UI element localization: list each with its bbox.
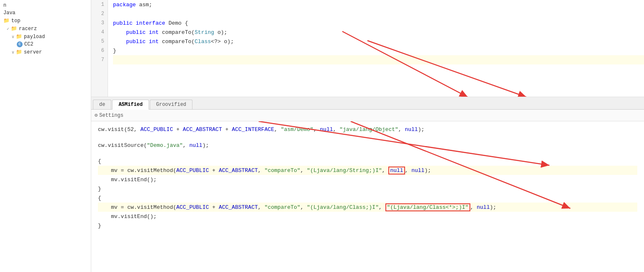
asm-line-visit: cw.visit(52, ACC_PUBLIC + ACC_ABSTRACT +… bbox=[98, 125, 637, 134]
asm-keyword: null bbox=[411, 167, 424, 174]
asm-keyword: ACC_INTERFACE bbox=[232, 126, 274, 133]
folder-icon: 📁 bbox=[11, 26, 17, 32]
asm-line-empty-2 bbox=[98, 150, 637, 157]
asm-line-visitmethod-1: mv = cw.visitMethod(ACC_PUBLIC + ACC_ABS… bbox=[98, 166, 637, 175]
sidebar-item-server[interactable]: ∨ 📁 server bbox=[0, 48, 91, 56]
code-editor-panel: 1 2 3 4 5 6 7 package asm; bbox=[91, 0, 644, 97]
code-text: <?> o); bbox=[211, 38, 234, 45]
asm-text: { bbox=[98, 195, 101, 201]
sidebar-item-top[interactable]: 📁 top bbox=[0, 17, 91, 25]
sidebar-item-n[interactable]: n bbox=[0, 2, 91, 9]
asm-text: mv.visitEnd(); bbox=[98, 213, 157, 220]
line-num-6: 6 bbox=[91, 46, 108, 55]
asm-line-brace3: { bbox=[98, 193, 637, 203]
keyword: package bbox=[113, 2, 139, 8]
asm-line-brace4: } bbox=[98, 221, 637, 230]
asm-text: } bbox=[98, 186, 101, 192]
gear-icon[interactable]: ⚙ bbox=[95, 112, 97, 118]
asm-string: "(Ljava/lang/String;)I" bbox=[307, 167, 382, 174]
asm-text: , bbox=[258, 167, 264, 174]
asm-line-visitmethod-2: mv = cw.visitMethod(ACC_PUBLIC + ACC_ABS… bbox=[98, 203, 637, 212]
asm-string: "compareTo" bbox=[264, 167, 300, 174]
asm-keyword: null bbox=[189, 142, 202, 149]
chevron-icon: ✓ bbox=[7, 26, 9, 31]
asm-text: { bbox=[98, 158, 101, 164]
asm-keyword: null bbox=[405, 126, 418, 133]
asm-text: , bbox=[183, 142, 190, 149]
asm-code-panel[interactable]: cw.visit(52, ACC_PUBLIC + ACC_ABSTRACT +… bbox=[91, 121, 644, 272]
code-text: compareTo( bbox=[162, 29, 195, 36]
line-num-3: 3 bbox=[91, 18, 108, 28]
asm-keyword: ACC_ABSTRACT bbox=[219, 204, 258, 210]
asm-text: mv.visitEnd(); bbox=[98, 177, 157, 183]
sidebar-item-racerz[interactable]: ✓ 📁 racerz bbox=[0, 25, 91, 33]
line-num-4: 4 bbox=[91, 28, 108, 37]
code-text: } bbox=[113, 48, 116, 54]
tab-groovified[interactable]: Groovified bbox=[150, 100, 192, 109]
asm-text: + bbox=[222, 126, 231, 133]
class-icon: C bbox=[17, 41, 23, 47]
folder-icon: 📁 bbox=[3, 18, 10, 24]
tab-label: ASMified bbox=[118, 102, 143, 108]
asm-string: "asm/Demo" bbox=[281, 126, 313, 133]
asm-line-brace1: { bbox=[98, 157, 637, 166]
code-text bbox=[113, 29, 126, 36]
keyword: int bbox=[149, 38, 162, 45]
asm-line-visitend-1: mv.visitEnd(); bbox=[98, 175, 637, 184]
sidebar-item-java[interactable]: Java bbox=[0, 9, 91, 17]
asm-keyword: null bbox=[477, 204, 490, 210]
asm-text: mv = cw.visitMethod( bbox=[98, 204, 176, 210]
asm-line-brace2: } bbox=[98, 184, 637, 193]
keyword: public bbox=[126, 38, 149, 45]
asm-text: ); bbox=[418, 126, 425, 133]
keyword-public: public bbox=[113, 20, 136, 26]
tab-label: Groovified bbox=[156, 102, 186, 108]
code-line-2 bbox=[113, 9, 644, 18]
asm-text: cw.visit(52, bbox=[98, 126, 140, 133]
sidebar: n Java 📁 top ✓ 📁 racerz ∨ 📁 payload C CC… bbox=[0, 0, 91, 272]
settings-label[interactable]: Settings bbox=[99, 113, 123, 118]
code-line-5: public int compareTo(Class<?> o); bbox=[113, 37, 644, 46]
tab-asmified[interactable]: ASMified bbox=[112, 100, 149, 110]
asm-text: , bbox=[313, 126, 320, 133]
code-line-6: } bbox=[113, 46, 644, 55]
keyword: int bbox=[149, 29, 162, 36]
asm-text: , bbox=[258, 204, 264, 210]
asm-text: , bbox=[405, 167, 412, 174]
asm-keyword: null bbox=[320, 126, 333, 133]
sidebar-item-cc2[interactable]: C CC2 bbox=[0, 41, 91, 48]
type-text: String bbox=[195, 29, 214, 36]
asm-line-empty-1 bbox=[98, 134, 637, 141]
string-highlight-box: "(Ljava/lang/Class<*>;)I" bbox=[385, 203, 470, 211]
line-num-1: 1 bbox=[91, 0, 108, 9]
asm-string: "java/lang/Object" bbox=[339, 126, 398, 133]
asm-string: "compareTo" bbox=[264, 204, 300, 210]
sidebar-label: racerz bbox=[19, 26, 37, 32]
asm-text: } bbox=[98, 223, 101, 229]
chevron-icon: ∨ bbox=[12, 50, 14, 55]
folder-icon: 📁 bbox=[16, 49, 22, 55]
code-line-4: public int compareTo(String o); bbox=[113, 28, 644, 37]
asm-keyword: ACC_PUBLIC bbox=[176, 204, 209, 210]
asm-text: ); bbox=[203, 142, 209, 149]
asm-text: , bbox=[300, 167, 307, 174]
code-content[interactable]: package asm; public interface Demo { pub… bbox=[108, 0, 644, 97]
settings-bar: ⚙ Settings bbox=[91, 110, 644, 121]
line-numbers: 1 2 3 4 5 6 7 bbox=[91, 0, 108, 97]
asm-text: , bbox=[274, 126, 281, 133]
code-text: o); bbox=[214, 29, 227, 36]
sidebar-label: Java bbox=[3, 10, 15, 16]
line-num-5: 5 bbox=[91, 37, 108, 46]
tab-de[interactable]: de bbox=[93, 100, 111, 109]
code-line-7 bbox=[113, 55, 644, 64]
code-line-1: package asm; bbox=[113, 0, 644, 9]
folder-icon: 📁 bbox=[16, 33, 22, 40]
sidebar-label: payload bbox=[24, 34, 45, 40]
asm-line-visitend-2: mv.visitEnd(); bbox=[98, 212, 637, 221]
asm-keyword: ACC_ABSTRACT bbox=[219, 167, 258, 174]
sidebar-label: CC2 bbox=[24, 41, 33, 47]
asm-text: , bbox=[470, 204, 477, 210]
asm-text: cw.visitSource( bbox=[98, 142, 147, 149]
sidebar-item-payload[interactable]: ∨ 📁 payload bbox=[0, 33, 91, 41]
chevron-icon: ∨ bbox=[12, 34, 14, 39]
